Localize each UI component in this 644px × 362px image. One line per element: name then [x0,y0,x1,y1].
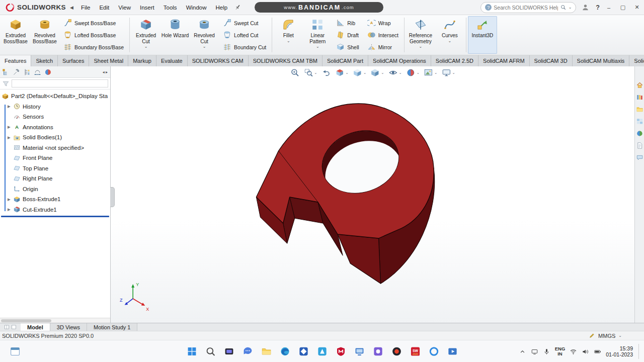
help-search-input[interactable] [494,5,557,11]
help-menu-button[interactable]: ? [596,4,600,11]
taskbar-start-button[interactable] [185,344,199,358]
previous-view-button[interactable] [321,68,331,77]
ribbon-revolved-boss-base-button[interactable]: Revolved Boss/Base [30,16,59,54]
ribbon-rib-button[interactable]: Rib [335,17,360,29]
filter-icon[interactable] [2,80,10,87]
tree-item-front-plane[interactable]: Front Plane [0,153,110,163]
tree-item-history[interactable]: ▶History [0,102,110,112]
tab-solidcam-part[interactable]: SolidCAM Part [323,55,368,66]
close-button[interactable]: ✕ [630,0,644,15]
expand-arrow-icon[interactable]: ▶ [8,104,13,109]
tab-solidcam-t[interactable]: SolidCAM T... [629,55,644,66]
units-selector[interactable]: MMGS [598,333,615,339]
ribbon-curves-button[interactable]: Curves⌄ [435,16,464,54]
dropdown-arrow-icon[interactable]: ⌄ [316,45,319,49]
search-dropdown-icon[interactable]: ⌄ [569,5,572,10]
expand-arrow-icon[interactable]: ▶ [8,135,13,140]
ribbon-boundary-boss-base-button[interactable]: Boundary Boss/Base [62,41,125,53]
menu-view[interactable]: View [114,0,135,15]
forum-tab[interactable] [636,154,643,161]
user-account-icon[interactable] [581,3,590,12]
tree-item-origin[interactable]: Origin [0,184,110,195]
taskbar-app-o-ring[interactable] [427,344,441,358]
zoom-to-area-button[interactable]: ⌄ [303,68,317,77]
ribbon-instant3d-button[interactable]: Instant3D [468,16,497,54]
dropdown-arrow-icon[interactable]: ⌄ [417,70,420,75]
dropdown-arrow-icon[interactable]: ⌄ [346,70,349,75]
tree-item-solid-bodies-1[interactable]: ▶Solid Bodies(1) [0,132,110,143]
custom-properties-tab[interactable] [636,142,643,149]
dropdown-arrow-icon[interactable]: ⌄ [381,70,384,75]
tree-filter-input[interactable] [12,79,108,87]
tree-item-material-not-specified[interactable]: Material <not specified> [0,143,110,153]
tab-solidworks-cam[interactable]: SOLIDWORKS CAM [188,55,249,66]
volume-icon[interactable] [582,348,589,355]
ribbon-swept-cut-button[interactable]: Swept Cut [221,17,268,29]
search-icon[interactable] [560,4,567,11]
menu-edit[interactable]: Edit [95,0,114,15]
menu-window[interactable]: Window [182,0,211,15]
show-desktop-button[interactable] [638,344,640,359]
ribbon-lofted-cut-button[interactable]: Lofted Cut [221,29,268,41]
tab-markup[interactable]: Markup [128,55,156,66]
apply-scene-button[interactable]: ⌄ [424,68,437,77]
dropdown-arrow-icon[interactable]: ⌄ [434,70,437,75]
help-search-box[interactable]: ? ⌄ [480,2,576,13]
doc-tab-3d-views[interactable]: 3D Views [50,323,87,331]
solidworks-resources-tab[interactable] [636,81,643,89]
dropdown-arrow-icon[interactable]: ⌄ [419,45,423,49]
ribbon-shell-button[interactable]: Shell [335,41,360,53]
tree-item-right-plane[interactable]: Right Plane [0,173,110,184]
dropdown-arrow-icon[interactable]: ⌄ [363,70,366,75]
menu-collapse-icon[interactable]: ◀ [70,5,73,10]
tray-expand-icon[interactable] [519,348,526,355]
rollback-bar[interactable] [1,216,109,217]
ribbon-extruded-cut-button[interactable]: Extruded Cut⌄ [131,16,160,54]
part-front-face[interactable] [338,234,380,284]
panel-splitter-handle[interactable] [110,187,115,207]
split-horizontal-icon[interactable] [4,324,10,330]
tab-evaluate[interactable]: Evaluate [156,55,188,66]
dropdown-arrow-icon[interactable]: ⌄ [314,70,317,75]
taskbar-file-explorer-app[interactable] [260,344,273,358]
dropdown-arrow-icon[interactable]: ⌄ [399,70,402,75]
tree-item-part2-default-default-display-sta[interactable]: Part2 (Default<<Default>_Display Sta [0,91,110,102]
design-library-tab[interactable] [636,94,643,101]
doc-tab-motion-study-1[interactable]: Motion Study 1 [87,323,137,331]
taskbar-mcafee-app[interactable] [334,344,348,358]
ribbon-swept-boss-base-button[interactable]: Swept Boss/Base [62,17,125,29]
ribbon-lofted-boss-base-button[interactable]: Lofted Boss/Base [62,29,125,41]
edit-units-icon[interactable] [589,332,595,339]
tab-surfaces[interactable]: Surfaces [58,55,89,66]
tab-solidcam-2-5d[interactable]: SolidCAM 2.5D [431,55,478,66]
tab-solidcam-afrm[interactable]: SolidCAM AFRM [478,55,530,66]
panel-tabs-overflow[interactable]: ◂ ▸ [103,70,109,74]
view-palette-tab[interactable] [636,118,643,125]
tray-mic-icon[interactable] [543,348,550,355]
taskbar-media-player-app[interactable] [446,344,459,358]
taskbar-task-view-button[interactable] [222,344,236,358]
units-dropdown-icon[interactable]: ⌄ [618,333,622,338]
pin-menu-icon[interactable] [234,4,242,11]
expand-arrow-icon[interactable]: ▶ [8,207,13,212]
taskbar-remote-desktop-app[interactable] [353,344,366,358]
taskbar-chat-app[interactable] [241,344,255,358]
menu-insert[interactable]: Insert [135,0,159,15]
expand-arrow-icon[interactable]: ▶ [8,125,13,129]
file-explorer-tab[interactable] [636,106,643,113]
taskbar-recorder-app[interactable] [390,344,404,358]
taskbar-edge-app[interactable] [278,344,292,358]
tab-sketch[interactable]: Sketch [31,55,58,66]
part-model[interactable] [256,104,434,284]
edit-appearance-button[interactable]: ⌄ [406,68,420,77]
menu-tools[interactable]: Tools [159,0,182,15]
menu-help[interactable]: Help [211,0,232,15]
taskbar-search-button[interactable] [204,344,217,358]
tab-solidcam-multiaxis[interactable]: SolidCAM Multiaxis [573,55,630,66]
taskbar-app-purple[interactable] [371,344,385,358]
section-view-button[interactable]: ⌄ [335,68,349,77]
propertymanager-tab[interactable] [12,68,21,76]
display-style-button[interactable]: ⌄ [370,68,384,77]
taskbar-clock[interactable]: 15:39 01-01-2023 [606,345,633,357]
battery-icon[interactable] [594,348,601,355]
